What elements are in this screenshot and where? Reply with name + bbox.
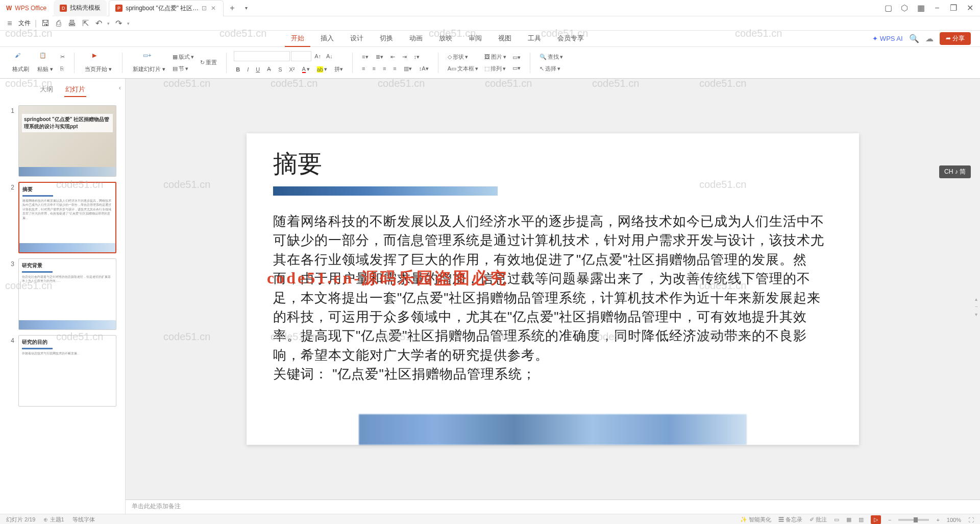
- increase-font-icon[interactable]: A↑: [312, 51, 323, 61]
- decrease-font-icon[interactable]: A↓: [324, 51, 335, 61]
- zoom-slider[interactable]: [898, 519, 929, 521]
- superscript-button[interactable]: X²: [287, 64, 297, 74]
- close-icon[interactable]: ✕: [210, 5, 217, 12]
- format-painter-button[interactable]: 🖌格式刷: [9, 50, 32, 75]
- tab-template[interactable]: D 找稿壳模板: [54, 0, 107, 16]
- undo-dropdown-icon[interactable]: ▾: [107, 21, 110, 26]
- copy-button[interactable]: ⎘: [58, 64, 67, 73]
- bold-button[interactable]: B: [234, 64, 242, 74]
- strike-button[interactable]: A̶: [265, 64, 273, 74]
- underline-button[interactable]: U: [254, 64, 262, 74]
- reset-button[interactable]: ↻ 重置: [198, 58, 219, 67]
- slide-title[interactable]: 摘要: [273, 148, 832, 180]
- view-sorter-icon[interactable]: ▦: [846, 516, 851, 523]
- cut-button[interactable]: ✂: [58, 53, 67, 61]
- picture-button[interactable]: 🖼 图片 ▾: [482, 52, 508, 62]
- slide-thumb-2[interactable]: 摘要 随着网络科技的不断发展以及人们经济水平的逐步提高，网络技术如今已成为人们生…: [18, 182, 116, 253]
- minimize-button[interactable]: −: [932, 3, 942, 13]
- fit-icon[interactable]: ⛶: [968, 517, 974, 523]
- menu-tools[interactable]: 工具: [522, 31, 547, 47]
- shape-button[interactable]: ◇ 形状 ▾: [446, 52, 480, 62]
- section-button[interactable]: ▤ 节 ▾: [170, 64, 196, 74]
- close-button[interactable]: ✕: [965, 3, 975, 13]
- menu-vip[interactable]: 会员专享: [551, 31, 590, 47]
- slide[interactable]: 摘要 随着网络科技的不断发展以及人们经济水平的逐步提高，网络技术如今已成为人们生…: [247, 133, 859, 445]
- paste-button[interactable]: 📋粘贴 ▾: [34, 50, 56, 75]
- strikethrough-button[interactable]: S: [276, 64, 284, 74]
- select-button[interactable]: ↖ 选择 ▾: [537, 64, 565, 74]
- redo-icon[interactable]: ↷: [114, 19, 123, 28]
- zoom-out-icon[interactable]: −: [888, 517, 891, 523]
- collapse-icon[interactable]: ‹: [119, 84, 121, 91]
- highlight-button[interactable]: ab▾: [315, 64, 329, 74]
- menu-start[interactable]: 开始: [285, 31, 310, 47]
- font-size-select[interactable]: [291, 51, 311, 61]
- layout-button[interactable]: ▦ 版式 ▾: [170, 52, 196, 62]
- align-right-button[interactable]: ≡: [381, 64, 388, 73]
- columns-button[interactable]: ▥▾: [402, 64, 414, 73]
- slide-thumb-1[interactable]: springboot "亿点爱" 社区捐赠物品管理系统的设计与实现ppt: [18, 105, 116, 177]
- view-normal-icon[interactable]: ▭: [834, 516, 839, 523]
- font-color-button[interactable]: A▾: [300, 64, 312, 74]
- menu-review[interactable]: 审阅: [462, 31, 488, 47]
- menu-transition[interactable]: 切换: [374, 31, 399, 47]
- print-preview-icon[interactable]: 🖶: [67, 19, 77, 28]
- undo-icon[interactable]: ↶: [94, 19, 103, 28]
- align-justify-button[interactable]: ≡: [391, 64, 398, 73]
- italic-button[interactable]: I: [245, 64, 251, 74]
- indent-inc-button[interactable]: ⇥: [400, 53, 409, 61]
- maximize-button[interactable]: ❐: [948, 3, 959, 13]
- slide-canvas[interactable]: 摘要 随着网络科技的不断发展以及人们经济水平的逐步提高，网络技术如今已成为人们生…: [126, 79, 980, 499]
- search-icon[interactable]: 🔍: [909, 34, 919, 43]
- scroll-up-icon[interactable]: ▴: [975, 296, 978, 302]
- new-slide-button[interactable]: ▭+新建幻灯片 ▾: [130, 50, 168, 75]
- textbox-button[interactable]: A▭ 文本框 ▾: [446, 64, 480, 74]
- menu-insert[interactable]: 插入: [314, 31, 340, 47]
- save-icon[interactable]: 🖫: [41, 19, 50, 28]
- scroll-down-icon[interactable]: ▾: [975, 312, 978, 317]
- slide-body[interactable]: 随着网络科技的不断发展以及人们经济水平的逐步提高，网络技术如今已成为人们生活中不…: [273, 212, 832, 384]
- tab-outline[interactable]: 大纲: [39, 83, 54, 97]
- slide-thumb-4[interactable]: 研究的目的 伴随着信息技术与互联网技术的不断发展...: [18, 335, 116, 407]
- tab-slides[interactable]: 幻灯片: [64, 83, 86, 97]
- bullets-button[interactable]: ≡▾: [360, 53, 370, 61]
- share-button[interactable]: ➦ 分享: [940, 32, 971, 45]
- outline-button[interactable]: ▭▾: [510, 64, 523, 73]
- print-icon[interactable]: ⎙: [54, 19, 63, 28]
- export-icon[interactable]: ⇱: [81, 19, 90, 28]
- notes-pane[interactable]: 单击此处添加备注: [126, 499, 980, 514]
- view-reading-icon[interactable]: ▥: [859, 516, 864, 523]
- zoom-in-icon[interactable]: +: [936, 517, 939, 523]
- font-family-select[interactable]: [234, 51, 290, 61]
- notes-button[interactable]: ☰ 备忘录: [778, 516, 802, 523]
- file-menu[interactable]: 文件: [18, 19, 31, 28]
- wps-ai-button[interactable]: ✦WPS AI: [872, 35, 903, 42]
- hamburger-icon[interactable]: ≡: [5, 19, 14, 28]
- redo-dropdown-icon[interactable]: ▾: [127, 21, 130, 26]
- find-button[interactable]: 🔍 查找 ▾: [537, 52, 565, 62]
- line-spacing-button[interactable]: ↕▾: [412, 53, 422, 61]
- from-current-button[interactable]: ▶当页开始 ▾: [82, 50, 115, 75]
- tablet-icon[interactable]: ▢: [883, 3, 893, 13]
- menu-slideshow[interactable]: 放映: [433, 31, 458, 47]
- text-direction-button[interactable]: ↕A▾: [417, 64, 431, 73]
- indent-dec-button[interactable]: ⇤: [388, 53, 397, 61]
- app-tab[interactable]: W WPS Office: [0, 0, 53, 16]
- add-tab-button[interactable]: +: [225, 4, 239, 13]
- arrange-button[interactable]: ⬚ 排列 ▾: [482, 64, 508, 74]
- fill-button[interactable]: ▭▾: [510, 53, 523, 62]
- grid-icon[interactable]: ▦: [916, 3, 926, 13]
- menu-animation[interactable]: 动画: [403, 31, 429, 47]
- tab-menu-icon[interactable]: ⊡: [202, 5, 207, 12]
- tab-current-doc[interactable]: P springboot "亿点爱" 社区… ⊡ ✕: [109, 0, 224, 16]
- comments-button[interactable]: ✐ 批注: [810, 516, 827, 523]
- cube-icon[interactable]: ⬡: [899, 3, 910, 13]
- slide-thumb-3[interactable]: 研究背景 信息化社会内需要与之针对性的信息获取途径，但是途径的扩展基本上为人们所…: [18, 258, 116, 330]
- pinyin-button[interactable]: 拼▾: [332, 64, 345, 74]
- align-left-button[interactable]: ≡: [360, 64, 367, 73]
- menu-view[interactable]: 视图: [492, 31, 518, 47]
- align-center-button[interactable]: ≡: [371, 64, 378, 73]
- cloud-icon[interactable]: ☁: [925, 34, 934, 43]
- view-slideshow-icon[interactable]: ▷: [871, 515, 881, 524]
- menu-design[interactable]: 设计: [344, 31, 370, 47]
